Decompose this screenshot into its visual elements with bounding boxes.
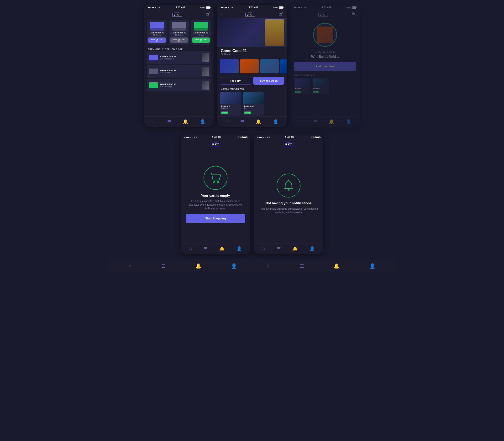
win-game-name-battlefield: Battlefield1 [244,105,263,107]
case-card-2: Game Case #2 10 Game Open the Case $20 [169,20,189,45]
cart-icon-1[interactable]: 🛒 [205,12,210,16]
free-try-button[interactable]: Free Try [220,77,251,85]
case-games-2: 10 Game [175,34,183,36]
cart-icon-3[interactable]: 🔍 [351,12,356,16]
game-previews [217,58,287,75]
prev-case-info-2: GAME CASE #2 Win Destiny 2 [160,69,200,74]
hero-image [217,18,287,47]
win-game-name: Win Battlefield 1 [311,54,339,59]
prev-case-thumb-1 [202,53,209,62]
nav-list-1[interactable]: ☰ [167,119,171,124]
add-inventory-button[interactable]: Add Inventory [294,62,356,71]
case-name-1: Game Case #1 [150,32,164,34]
prev-case-name-2: GAME CASE #2 [160,69,200,72]
preview-2 [240,59,259,73]
time-5: 9:41 AM [285,136,294,139]
nav-home-4[interactable]: ⌂ [189,246,192,252]
status-bar-4: ●●●●● ᯤ KK 9:41 AM 100% [181,134,250,140]
time-2: 9:41 AM [249,6,258,9]
screen-case-detail: ●●●●● ᯤ KK 9:41 AM 100% ‹ Game UI KIT 🛒 … [217,5,287,127]
nav-user-4[interactable]: 👤 [236,246,242,252]
notif-empty-icon [276,173,300,197]
global-nav-home-2[interactable]: ⌂ [267,263,270,269]
prev-case-item-1[interactable]: GAME CASE #1 Win Battlefield 1 [147,51,211,64]
action-buttons: Free Try Buy and Open [217,75,287,87]
prev-case-name-1: GAME CASE #1 [160,55,200,58]
logo-kit-label-1: UI KIT [172,13,182,17]
screen-win-result: ●●●●● ᯤ KK 9:41 AM 100% ‹ Game UI KIT 🔍 … [290,5,360,127]
logo-kit-label-2: UI KIT [245,13,255,17]
small-win-card-2[interactable]: Battlefield1 Ps4 Key [312,78,329,94]
global-nav-home-1[interactable]: ⌂ [128,263,131,269]
case-games-1: 52 Game [153,34,161,36]
screen-notifications: ●●●●● ᯤ KK 9:41 AM 100% Game UI KIT [254,134,323,254]
battery-5: 100% [309,136,320,139]
svg-point-2 [288,189,289,191]
start-shopping-button[interactable]: Start Shopping [186,214,245,223]
nav-list-4[interactable]: ☰ [204,246,208,252]
nav-header-3: ‹ Game UI KIT 🔍 [290,10,360,18]
win-game-pub-destiny: Battle.net [221,107,240,109]
global-nav-bell-2[interactable]: 🔔 [334,263,340,269]
nav-user-1[interactable]: 👤 [200,119,205,124]
nav-list-5[interactable]: ☰ [277,246,281,252]
win-game-cover [317,27,333,43]
global-nav-user-1[interactable]: 👤 [231,263,237,269]
win-game-badge-battlefield: Ps4 Key [244,111,251,114]
back-button-3[interactable]: ‹ [294,12,295,16]
win-game-battlefield[interactable]: Battlefield1 EA Ps4 Key [243,92,264,116]
win-game-info-destiny: Destiny 2 Battle.net [220,104,241,110]
prev-case-icon-3 [149,82,158,88]
global-nav-bell-1[interactable]: 🔔 [196,263,201,269]
nav-list-2[interactable]: ☰ [240,119,244,124]
nav-header-5: Game UI KIT [254,140,323,148]
nav-home-3[interactable]: ⌂ [299,119,301,124]
notif-content: Not having your notifications There are … [254,148,323,244]
global-nav-list-1[interactable]: ☰ [161,263,166,269]
nav-list-3[interactable]: ☰ [313,119,317,124]
nav-user-3[interactable]: 👤 [346,119,351,124]
case-btn-1[interactable]: Open the Case $10 [148,37,166,43]
nav-bell-5[interactable]: 🔔 [292,246,298,252]
screen-cart-empty: ●●●●● ᯤ KK 9:41 AM 100% Game UI KIT [181,134,250,254]
global-nav-list-2[interactable]: ☰ [300,263,304,269]
win-congrats: Congratulations! [315,50,335,53]
small-win-name-1: Destiny 2 [295,88,309,89]
nav-bell-4[interactable]: 🔔 [219,246,225,252]
nav-bell-3[interactable]: 🔔 [329,119,334,124]
battery-1: 100% [200,6,210,9]
nav-bell-2[interactable]: 🔔 [256,119,261,124]
cart-empty-desc: It is a long established fact that a rea… [186,199,245,210]
global-nav-user-2[interactable]: 👤 [369,263,375,269]
svg-point-1 [217,181,219,183]
nav-home-5[interactable]: ⌂ [262,246,265,252]
battery-3: 100% [346,6,356,9]
nav-bell-1[interactable]: 🔔 [183,119,188,124]
win-content: Congratulations! Win Battlefield 1 Add I… [290,18,360,116]
prev-case-item-2[interactable]: GAME CASE #2 Win Destiny 2 [147,65,211,78]
logo-2: Game UI KIT [245,12,255,17]
prev-case-item-3[interactable]: GAME CASE #3 Win Dirt Rally [147,79,211,92]
cart-icon-2[interactable]: 🛒 [278,12,283,16]
prev-section-title: PREVIOUSLY OPENED CASE [144,47,214,51]
nav-user-2[interactable]: 👤 [273,119,278,124]
back-button-2[interactable]: ‹ [221,12,222,16]
signal-5: ●●●●● ᯤ KK [257,136,270,139]
status-bar-3: ●●●●● ᯤ KK 9:41 AM 100% [290,5,360,10]
small-win-card-1[interactable]: Destiny 2 Ps4 Key [294,78,310,94]
preview-4 [280,59,287,73]
nav-home-2[interactable]: ⌂ [226,119,228,124]
buy-open-button[interactable]: Buy and Open [253,77,284,85]
battery-4: 100% [236,136,247,139]
detail-game-count: 52 Game [221,53,283,56]
case-btn-2[interactable]: Open the Case $20 [170,37,188,43]
nav-home-1[interactable]: ⌂ [153,119,155,124]
win-circle [313,23,337,47]
logo-4: Game UI KIT [211,141,220,146]
win-game-destiny[interactable]: Destiny 2 Battle.net Ps4 Key [220,92,241,116]
signal-4: ●●●●● ᯤ KK [184,136,197,139]
svg-point-3 [288,180,289,180]
back-button-1[interactable]: ‹ [148,12,149,16]
nav-user-5[interactable]: 👤 [309,246,315,252]
case-btn-3[interactable]: Open the Case $30 [192,37,210,43]
